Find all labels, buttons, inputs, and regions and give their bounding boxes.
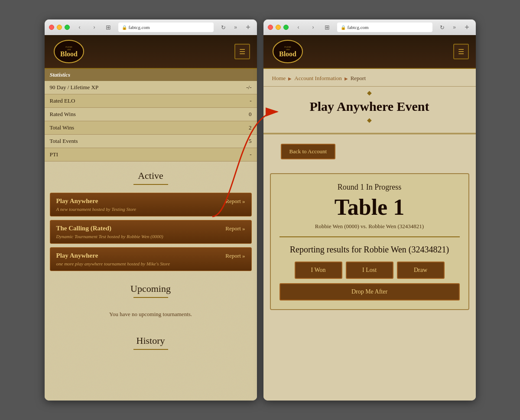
- breadcrumb-account-link[interactable]: Account Information: [294, 75, 341, 82]
- left-browser-window: ‹ › ⊞ 🔒 fabtcg.com ↻ » + FLESH AND Blood: [45, 19, 257, 401]
- tournament-name: Play Anywhere: [56, 197, 98, 205]
- table-row: Total Events 5: [45, 135, 257, 148]
- stats-table: 90 Day / Lifetime XP -/- Rated ELO - Rat…: [45, 81, 257, 162]
- round-divider: [280, 236, 460, 237]
- stat-label: Rated Wins: [45, 108, 212, 121]
- back-to-account-button[interactable]: Back to Account: [281, 144, 336, 159]
- reporting-for-text: Reporting results for Robbie Wen (324348…: [280, 244, 460, 255]
- close-button[interactable]: [49, 25, 54, 30]
- sidebar-toggle-button[interactable]: ⊞: [322, 23, 332, 32]
- maximize-button[interactable]: [283, 25, 289, 30]
- i-won-button[interactable]: I Won: [295, 262, 342, 279]
- breadcrumb-separator-1: ▶: [288, 76, 292, 81]
- breadcrumb-current: Report: [351, 75, 366, 82]
- report-link[interactable]: Report »: [225, 225, 245, 232]
- stat-value: 0: [212, 108, 257, 121]
- minimize-button[interactable]: [276, 25, 281, 30]
- result-buttons-group: I Won I Lost Draw: [280, 262, 460, 279]
- left-page-header: FLESH AND Blood ☰: [45, 35, 257, 69]
- forward-nav-button[interactable]: ›: [309, 23, 318, 32]
- tournament-card-header: Play Anywhere Report »: [56, 197, 245, 205]
- hamburger-menu-button[interactable]: ☰: [234, 44, 250, 59]
- tournament-subtitle: A new tournament hosted by Testing Store: [56, 207, 245, 212]
- lock-icon: 🔒: [122, 25, 127, 30]
- refresh-button[interactable]: ↻: [219, 23, 228, 32]
- breadcrumb-home-link[interactable]: Home: [272, 75, 286, 82]
- svg-text:FLESH: FLESH: [284, 46, 291, 48]
- address-bar[interactable]: 🔒 fabtcg.com: [118, 23, 214, 32]
- left-title-bar: ‹ › ⊞ 🔒 fabtcg.com ↻ » +: [45, 19, 257, 35]
- stat-label: PTI: [45, 148, 212, 162]
- svg-text:Blood: Blood: [60, 50, 77, 58]
- table-row: Rated ELO -: [45, 94, 257, 108]
- stat-label: Rated ELO: [45, 94, 212, 108]
- svg-text:Blood: Blood: [279, 50, 296, 58]
- breadcrumb: Home ▶ Account Information ▶ Report: [263, 69, 476, 87]
- close-button[interactable]: [268, 25, 273, 30]
- tournament-name: The Calling (Rated): [56, 225, 112, 232]
- history-section-header: History: [45, 326, 257, 354]
- diamond-bottom: ◆: [263, 116, 476, 124]
- svg-text:FLESH: FLESH: [65, 46, 72, 48]
- more-button[interactable]: »: [450, 23, 459, 32]
- page-title: Play Anywhere Event: [263, 99, 476, 114]
- left-page-content: FLESH AND Blood ☰ Statistics 90 Day / Li…: [45, 35, 257, 401]
- stat-value: -/-: [212, 81, 257, 94]
- round-status: Round 1 In Progress: [280, 183, 460, 192]
- new-tab-button[interactable]: +: [463, 23, 471, 32]
- page-title-section: ◆ Play Anywhere Event ◆: [263, 89, 476, 134]
- i-lost-button[interactable]: I Lost: [346, 262, 393, 279]
- report-link[interactable]: Report »: [225, 198, 245, 205]
- diamond-top: ◆: [263, 89, 476, 97]
- stat-label: 90 Day / Lifetime XP: [45, 81, 212, 94]
- logo-container: FLESH AND Blood: [54, 40, 84, 64]
- new-tab-button[interactable]: +: [244, 23, 253, 32]
- sidebar-toggle-button[interactable]: ⊞: [104, 23, 113, 32]
- table-number: Table 1: [280, 196, 460, 219]
- tournament-card-header: The Calling (Rated) Report »: [56, 225, 245, 232]
- table-row: 90 Day / Lifetime XP -/-: [45, 81, 257, 94]
- no-tournaments-text: You have no upcoming tournaments.: [45, 302, 257, 326]
- address-bar[interactable]: 🔒 fabtcg.com: [337, 23, 432, 32]
- back-nav-button[interactable]: ‹: [75, 23, 84, 32]
- right-page-content: FLESH AND Blood ☰ Home ▶ Account Informa…: [263, 35, 476, 401]
- forward-nav-button[interactable]: ›: [90, 23, 99, 32]
- hamburger-menu-button-right[interactable]: ☰: [453, 44, 469, 59]
- tournament-card-calling[interactable]: The Calling (Rated) Report » Dynamic Tou…: [50, 220, 252, 244]
- report-link[interactable]: Report »: [225, 252, 245, 259]
- tournament-card-play-anywhere-1[interactable]: Play Anywhere Report » A new tournament …: [50, 193, 252, 216]
- more-button[interactable]: »: [231, 23, 240, 32]
- back-button-container: Back to Account: [263, 134, 476, 169]
- tournament-subtitle: one more play anywhere tournament hosted…: [56, 261, 245, 266]
- fab-logo-svg: FLESH AND Blood: [54, 40, 84, 64]
- fab-logo-right: FLESH AND Blood: [270, 39, 305, 65]
- stats-section: Statistics 90 Day / Lifetime XP -/- Rate…: [45, 69, 257, 162]
- fab-logo: FLESH AND Blood: [52, 39, 86, 65]
- address-text: fabtcg.com: [348, 25, 369, 30]
- refresh-button[interactable]: ↻: [438, 23, 447, 32]
- active-section-header: Active: [45, 162, 257, 189]
- lock-icon: 🔒: [341, 25, 346, 30]
- table-row: Total Wins 2: [45, 121, 257, 135]
- stat-value: -: [212, 148, 257, 162]
- tournament-subtitle: Dynamic Tournament Test hosted by Robbie…: [56, 234, 245, 239]
- stat-label: Total Wins: [45, 121, 212, 135]
- right-title-bar: ‹ › ⊞ 🔒 fabtcg.com ↻ » +: [263, 19, 476, 35]
- minimize-button[interactable]: [57, 25, 62, 30]
- tournament-card-play-anywhere-2[interactable]: Play Anywhere Report » one more play any…: [50, 247, 252, 271]
- round-card: Round 1 In Progress Table 1 Robbie Wen (…: [270, 173, 469, 310]
- tournament-card-header: Play Anywhere Report »: [56, 252, 245, 259]
- stats-header: Statistics: [45, 69, 257, 81]
- draw-button[interactable]: Draw: [397, 262, 445, 279]
- drop-me-after-button[interactable]: Drop Me After: [280, 283, 460, 300]
- stat-value: 2: [212, 121, 257, 135]
- vs-text: Robbie Wen (0000) vs. Robbie Wen (324348…: [280, 223, 460, 230]
- stat-value: 5: [212, 135, 257, 148]
- tournament-name: Play Anywhere: [56, 252, 98, 259]
- maximize-button[interactable]: [65, 25, 70, 30]
- back-nav-button[interactable]: ‹: [294, 23, 303, 32]
- breadcrumb-separator-2: ▶: [344, 76, 348, 81]
- logo-container-right: FLESH AND Blood: [273, 40, 303, 64]
- table-row: Rated Wins 0: [45, 108, 257, 121]
- address-text: fabtcg.com: [129, 25, 150, 30]
